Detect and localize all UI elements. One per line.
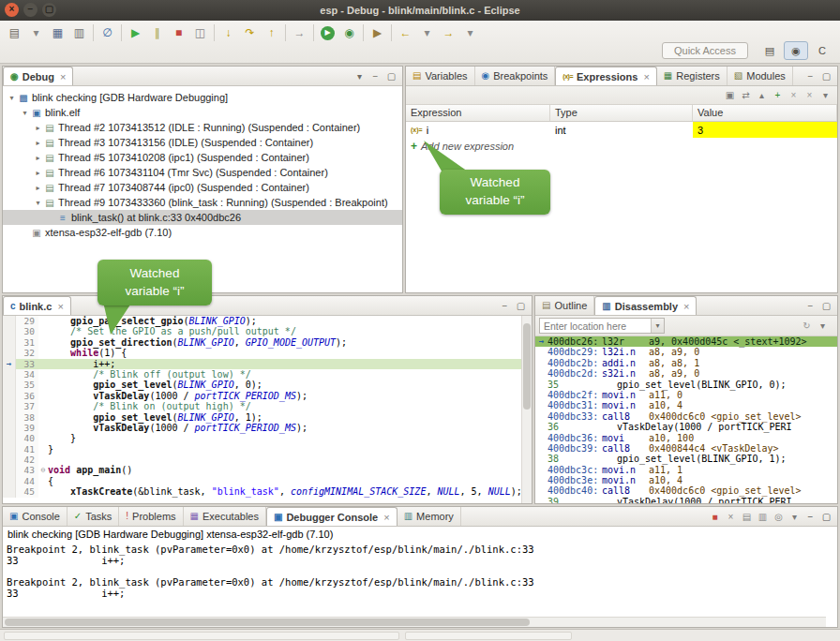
- expander-icon[interactable]: ▸: [33, 169, 43, 177]
- tab-variables[interactable]: ▤Variables: [406, 67, 475, 85]
- tab-problems[interactable]: !Problems: [119, 507, 183, 526]
- code-line[interactable]: 43⊖void app_main(): [3, 465, 532, 475]
- expander-icon[interactable]: ▸: [33, 154, 43, 162]
- console-scroll-thumb[interactable]: [5, 619, 530, 626]
- quick-access-button[interactable]: Quick Access: [662, 42, 748, 59]
- debug-tree-item[interactable]: ▾▤Thread #9 1073433360 (blink_task : Run…: [3, 195, 402, 210]
- terminate-button[interactable]: ■: [168, 22, 189, 43]
- forward-button[interactable]: →: [438, 22, 459, 43]
- view-menu-button[interactable]: ▾: [815, 318, 831, 334]
- console-output[interactable]: Breakpoint 2, blink_task (pvParameter=0x…: [3, 542, 837, 600]
- code-line[interactable]: →33 i++;: [3, 359, 532, 369]
- collapse-all-button[interactable]: ▴: [754, 87, 770, 103]
- expander-icon[interactable]: ▸: [33, 124, 43, 132]
- refresh-button[interactable]: ↻: [799, 318, 815, 334]
- disassembly-row[interactable]: 400dbc3e:movi.na10, 4: [535, 475, 837, 485]
- tab-executables[interactable]: ▦Executables: [184, 507, 266, 526]
- maximize-button[interactable]: ▢: [818, 68, 834, 84]
- debug-tree-item[interactable]: ▣xtensa-esp32-elf-gdb (7.10): [3, 225, 402, 240]
- code-line[interactable]: 34 /* Blink off (output low) */: [3, 369, 532, 380]
- back-button[interactable]: ←: [395, 22, 416, 43]
- external-tools-button[interactable]: ▶: [367, 22, 388, 43]
- disconnect-button[interactable]: ◫: [189, 22, 211, 43]
- new-wizard-menu-button[interactable]: ▾: [25, 22, 47, 43]
- editor-vertical-scrollbar[interactable]: [521, 316, 532, 503]
- maximize-button[interactable]: ▢: [513, 298, 529, 314]
- add-expression-row[interactable]: +Add new expression: [406, 138, 837, 154]
- close-icon[interactable]: ×: [683, 301, 689, 312]
- minimize-button[interactable]: −: [368, 68, 383, 84]
- remove-all-expressions-button[interactable]: ×: [802, 87, 818, 103]
- step-over-button[interactable]: ↷: [239, 22, 261, 43]
- print-button[interactable]: ▥: [68, 22, 90, 43]
- code-line[interactable]: 32 while(1) {: [3, 348, 532, 358]
- debug-tree-item[interactable]: ≡blink_task() at blink.c:33 0x400dbc26: [3, 210, 402, 225]
- code-line[interactable]: 41}: [3, 444, 532, 455]
- open-perspective-button[interactable]: ▤: [758, 41, 782, 60]
- c-cpp-perspective-button[interactable]: C: [810, 41, 834, 60]
- tab-debug[interactable]: ◉Debug×: [3, 67, 73, 85]
- tab-disassembly[interactable]: ▥Disassembly×: [594, 296, 697, 315]
- expander-icon[interactable]: ▸: [33, 184, 43, 192]
- step-into-button[interactable]: ↓: [218, 22, 239, 43]
- code-line[interactable]: 35 gpio_set_level(BLINK_GPIO, 0);: [3, 380, 532, 390]
- code-line[interactable]: 38 gpio_set_level(BLINK_GPIO, 1);: [3, 412, 532, 423]
- code-line[interactable]: 37 /* Blink on (output high) */: [3, 401, 532, 411]
- code-line[interactable]: 30 /* Set the GPIO as a push/pull output…: [3, 326, 532, 336]
- clear-console-button[interactable]: ▤: [739, 509, 755, 525]
- display-selected-console-button[interactable]: ▾: [787, 509, 802, 525]
- expression-row[interactable]: (x)=iint3: [406, 122, 837, 138]
- expander-icon[interactable]: ▾: [20, 109, 30, 117]
- console-horizontal-scrollbar[interactable]: [3, 617, 826, 627]
- forward-menu-button[interactable]: ▾: [459, 22, 481, 43]
- disassembly-row[interactable]: 400dbc29:l32i.na8, a9, 0: [535, 347, 837, 357]
- debug-button[interactable]: ◉: [338, 22, 360, 43]
- code-line[interactable]: 31 gpio_set_direction(BLINK_GPIO, GPIO_M…: [3, 337, 532, 348]
- minimize-button[interactable]: −: [802, 68, 818, 84]
- minimize-button[interactable]: −: [497, 298, 513, 314]
- pin-console-button[interactable]: ◎: [771, 509, 787, 525]
- minimize-button[interactable]: −: [802, 509, 818, 525]
- expander-icon[interactable]: ▾: [33, 199, 43, 207]
- code-line[interactable]: 36 vTaskDelay(1000 / portTICK_PERIOD_MS)…: [3, 391, 532, 401]
- minimize-button[interactable]: −: [802, 298, 818, 314]
- expander-icon[interactable]: ▾: [7, 94, 17, 102]
- code-editor[interactable]: 29 gpio_pad_select_gpio(BLINK_GPIO);30 /…: [3, 316, 532, 503]
- maximize-button[interactable]: ▢: [383, 68, 399, 84]
- close-icon[interactable]: ×: [60, 71, 66, 82]
- save-button[interactable]: ▦: [47, 22, 68, 43]
- editor-scroll-thumb[interactable]: [523, 323, 531, 410]
- resume-button[interactable]: ▶: [125, 22, 146, 43]
- remove-expression-button[interactable]: ×: [786, 87, 802, 103]
- add-expression-button[interactable]: +: [770, 87, 786, 103]
- tab-console[interactable]: ▣Console: [3, 507, 68, 526]
- close-icon[interactable]: ×: [383, 512, 389, 523]
- remove-launch-button[interactable]: ×: [723, 509, 739, 525]
- tab-outline[interactable]: ▤Outline: [535, 296, 594, 315]
- close-icon[interactable]: ×: [643, 71, 649, 82]
- debug-tree-item[interactable]: ▸▤Thread #2 1073413512 (IDLE : Running) …: [3, 120, 402, 135]
- show-logical-structure-button[interactable]: ⇄: [738, 87, 754, 103]
- column-type[interactable]: Type: [550, 105, 693, 121]
- expander-icon[interactable]: ▸: [33, 139, 43, 147]
- step-return-button[interactable]: ↑: [261, 22, 282, 43]
- column-value[interactable]: Value: [693, 105, 837, 121]
- debug-tree-item[interactable]: ▸▤Thread #5 1073410208 (ipc1) (Suspended…: [3, 150, 402, 165]
- tab-debugger-console[interactable]: ▣Debugger Console×: [266, 507, 398, 526]
- disassembly-row[interactable]: 400dbc40:call80x400dc6c0 <gpio_set_level…: [535, 485, 837, 496]
- disassembly-row[interactable]: 400dbc3c:movi.na11, 1: [535, 465, 837, 475]
- disassembly-row[interactable]: 39vTaskDelay(1000 / portTICK_PERI: [535, 497, 837, 503]
- tab-registers[interactable]: ▦Registers: [657, 67, 728, 85]
- disassembly-row[interactable]: 400dbc31:movi.na10, 4: [535, 400, 837, 410]
- disassembly-row[interactable]: 400dbc33:call80x400dc6c0 <gpio_set_level…: [535, 411, 837, 422]
- disassembly-row[interactable]: 400dbc2b:addi.na8, a8, 1: [535, 358, 837, 368]
- code-line[interactable]: 39 vTaskDelay(1000 / portTICK_PERIOD_MS)…: [3, 423, 532, 433]
- disassembly-row[interactable]: 38gpio_set_level(BLINK_GPIO, 1);: [535, 454, 837, 464]
- disassembly-row[interactable]: 400dbc39:call80x400844c4 <vTaskDelay>: [535, 443, 837, 454]
- fold-marker-icon[interactable]: ⊖: [38, 465, 48, 475]
- back-menu-button[interactable]: ▾: [416, 22, 438, 43]
- tab-blink-c[interactable]: cblink.c×: [3, 296, 71, 315]
- debug-tree-item[interactable]: ▸▤Thread #3 1073413156 (IDLE) (Suspended…: [3, 135, 402, 150]
- tab-memory[interactable]: ▥Memory: [398, 507, 461, 526]
- disassembly-row[interactable]: →400dbc26:l32ra9, 0x400d045c <_stext+109…: [535, 336, 837, 347]
